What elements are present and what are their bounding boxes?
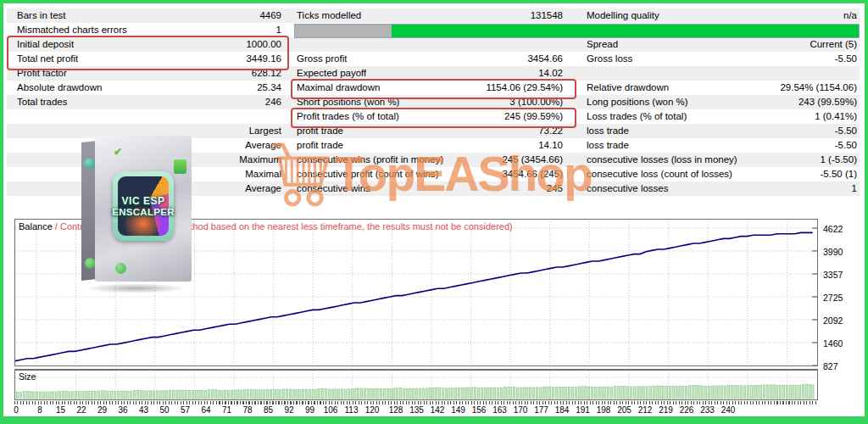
stat-value: Current (5) [810,37,857,52]
table-cell: consecutive loss (count of losses)-5.50 … [574,167,860,181]
stat-label: Relative drawdown [587,81,669,95]
x-axis-label: 205 [615,405,635,415]
column-gap [565,167,574,181]
table-cell: Long positions (won %)243 (99.59%) [574,95,860,109]
table-cell: Relative drawdown29.54% (1154.06) [574,81,860,95]
stat-value: 14.10 [538,138,563,153]
product-title-line1: VIC ESP [103,195,183,207]
x-axis-labels: 0815222936435057647178859299106113120128… [14,405,862,416]
stat-value: -5.50 [835,138,857,153]
table-cell: Total trades246 [7,95,284,109]
column-gap [284,8,292,23]
x-axis-label: 92 [279,405,299,415]
table-cell: Gross profit3454.66 [292,52,565,66]
y-axis-label: 827 [823,361,838,371]
table-cell: profit trade14.10 [292,138,565,153]
column-gap [284,167,292,181]
x-axis-label: 85 [259,405,279,415]
y-axis-label: 2725 [823,293,843,303]
stat-value: 3454.66 [527,52,563,66]
x-axis-label: 163 [490,405,510,415]
x-axis-label: 212 [635,405,655,415]
modelling-quality-bar-gray [295,25,392,37]
column-gap [284,181,292,196]
stat-label: consecutive wins [297,181,370,196]
column-gap [565,37,574,52]
stat-value: 245 (3454.66) [502,153,563,167]
x-axis-label: 29 [92,405,113,415]
stat-label: profit trade [297,138,343,153]
table-cell: consecutive losses1 [574,181,860,196]
stat-label: consecutive profit (count of wins) [297,167,438,181]
stat-label: consecutive losses [587,181,669,196]
stat-value: 4469 [259,8,281,23]
modelling-quality-bar [294,24,860,38]
stat-label: Bars in test [17,8,66,23]
x-axis-label: 50 [154,405,175,415]
y-axis-label: 1460 [823,338,843,349]
table-row: Bars in test4469Ticks modelled131548Mode… [7,8,860,23]
x-axis-label: 99 [300,405,320,415]
modelling-quality-bar-green [392,25,859,37]
size-bars-plot [15,371,815,399]
table-cell: loss trade-5.50 [574,124,860,138]
stat-value: 245 [547,181,563,196]
stat-label: consecutive wins (profit in money) [297,153,443,167]
size-chart: Size [14,369,818,400]
stat-label: Maximal [245,167,281,181]
table-cell [574,66,860,81]
x-axis-label: 240 [718,405,738,415]
x-axis-label: 198 [593,405,614,415]
size-chart-title: Size [19,371,36,382]
stat-value: 131548 [531,8,563,23]
stat-value: 246 [265,95,281,109]
x-axis-label: 8 [30,405,50,415]
stat-value: 1 (-5.50) [821,153,857,167]
x-axis-label: 149 [448,405,469,415]
product-title-line2: ENSCALPER [103,207,183,217]
x-axis-label: 191 [573,405,593,415]
chart-title-balance: Balance [19,221,53,232]
checkmark-icon: ✔ [114,146,122,158]
stat-label: Total trades [17,95,67,109]
product-box-front-logo-icon [115,263,126,274]
table-cell: Gross loss-5.50 [574,52,860,66]
x-axis-label: 233 [698,405,718,415]
stat-label: Largest [249,124,281,138]
product-box: ✔ VIC ESP ENSCALPER [81,136,192,289]
column-gap [284,153,292,167]
strategy-tester-report: Bars in test4469Ticks modelled131548Mode… [0,0,868,424]
table-cell: Loss trades (% of total)1 (0.41%) [574,109,860,124]
stat-value: -5.50 [835,52,857,66]
table-cell: Bars in test4469 [7,8,284,23]
x-axis-label: 15 [51,405,71,415]
x-axis-label: 57 [175,405,196,415]
product-box-side-logo-icon [84,158,95,169]
stat-label: Long positions (won %) [587,95,688,109]
table-cell [7,109,284,124]
x-axis-label: 64 [196,405,216,415]
column-gap [565,8,574,23]
table-cell: consecutive profit (count of wins)3454.6… [292,167,565,181]
x-axis-label: 156 [469,405,489,415]
product-box-shadow [85,283,186,293]
table-cell: SpreadCurrent (5) [574,37,860,52]
x-axis-label: 36 [113,405,133,415]
stat-label: Gross loss [587,52,632,66]
stat-label: consecutive loss (count of losses) [587,167,732,181]
x-axis-label: 0 [6,405,26,415]
column-gap [565,181,574,196]
table-cell: consecutive wins245 [292,181,565,196]
stat-label: loss trade [587,138,629,153]
stat-value: 1 [852,181,857,196]
stat-label: Average [245,138,281,153]
column-gap [565,138,574,153]
mql-badge-icon [174,159,186,174]
y-axis-label: 3990 [823,247,843,257]
stat-label: Gross profit [297,52,347,66]
highlight-box-initial-deposit [7,36,289,70]
product-title: VIC ESP ENSCALPER [103,195,183,217]
x-axis-label: 142 [427,405,448,415]
x-axis-label: 226 [676,405,697,415]
balance-y-axis: 462239903357272520921460827 [823,219,864,366]
